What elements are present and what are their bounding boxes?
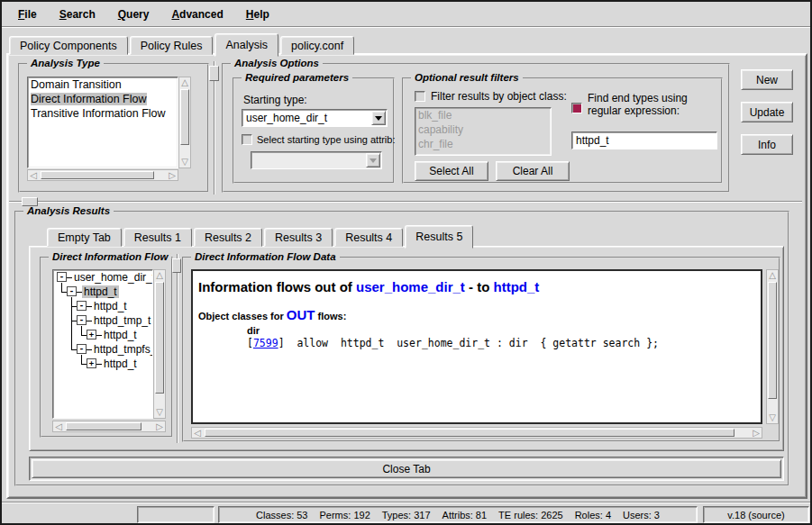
tree-node-label[interactable]: httpd_tmpfs_t — [92, 343, 153, 356]
stat-users: Users: 3 — [623, 510, 660, 520]
tab-results-4[interactable]: Results 4 — [334, 228, 403, 247]
tab-policy-components[interactable]: Policy Components — [9, 36, 128, 55]
data-vscrollbar[interactable]: △ ▽ — [766, 269, 779, 424]
tree-node[interactable]: + httpd_t — [53, 328, 152, 342]
data-hscrollbar[interactable]: ◁ ▷ — [191, 427, 762, 439]
tree-connector — [71, 342, 72, 349]
scroll-up-icon[interactable]: △ — [767, 270, 778, 281]
apol-window: File Search Query Advanced Help Policy C… — [0, 0, 812, 525]
tab-policy-rules[interactable]: Policy Rules — [130, 36, 214, 55]
tab-results-5[interactable]: Results 5 — [405, 225, 473, 249]
status-version: v.18 (source) — [703, 506, 809, 523]
scrollbar-thumb[interactable] — [66, 422, 141, 430]
tree-data-divider-handle[interactable] — [172, 258, 181, 273]
stat-attribs: Attribs: 81 — [442, 510, 488, 520]
scroll-right-icon[interactable]: ▷ — [154, 421, 165, 432]
menu-search[interactable]: Search — [52, 5, 103, 23]
tree-vscrollbar[interactable]: △ ▽ — [153, 269, 166, 419]
tree-toggle-icon[interactable]: + — [87, 330, 96, 339]
pane-divider-handle[interactable] — [209, 66, 219, 81]
results-pane-divider-handle[interactable] — [22, 197, 38, 206]
rule-id-link[interactable]: 7599 — [253, 337, 278, 349]
menu-file[interactable]: File — [11, 5, 44, 23]
tree-node[interactable]: - httpd_t — [53, 285, 152, 299]
tree-toggle-icon[interactable]: - — [77, 301, 87, 311]
scrollbar-thumb[interactable] — [205, 429, 734, 437]
scroll-up-icon[interactable]: △ — [154, 270, 165, 281]
stat-classes: Classes: 53 — [256, 510, 307, 520]
tab-results-2[interactable]: Results 2 — [194, 228, 262, 247]
tree-node-label[interactable]: httpd_t — [82, 285, 119, 298]
tab-results-3[interactable]: Results 3 — [264, 228, 333, 247]
status-divider — [2, 502, 810, 503]
scroll-down-icon[interactable]: ▽ — [154, 407, 165, 418]
tab-analysis[interactable]: Analysis — [214, 33, 278, 57]
object-classes-line: Object classes for OUT flows: — [198, 307, 755, 322]
tree-hscrollbar[interactable]: ◁ ▷ — [52, 421, 166, 432]
tree-node-label[interactable]: httpd_tmp_t — [92, 314, 152, 327]
results-tab-bar: Empty Tab Results 1 Results 2 Results 3 … — [47, 224, 475, 247]
stat-roles: Roles: 4 — [575, 510, 611, 520]
tree-toggle-icon[interactable]: - — [77, 315, 87, 325]
status-empty-box — [137, 506, 214, 523]
stat-perms: Perms: 192 — [320, 510, 370, 520]
flow-data-title: Direct Information Flow Data — [191, 251, 340, 262]
tree-toggle-icon[interactable]: + — [87, 358, 96, 368]
tree-toggle-icon[interactable]: - — [57, 272, 67, 282]
tab-empty[interactable]: Empty Tab — [47, 228, 122, 247]
scroll-left-icon[interactable]: ◁ — [192, 428, 203, 439]
scroll-left-icon[interactable]: ◁ — [53, 421, 64, 432]
flow-tree-group: Direct Information Flow T - user_home_di… — [40, 257, 173, 438]
tree-toggle-icon[interactable]: - — [67, 286, 77, 296]
scroll-down-icon[interactable]: ▽ — [767, 412, 778, 423]
scroll-right-icon[interactable]: ▷ — [751, 428, 762, 439]
tree-connector — [81, 328, 82, 335]
tree-toggle-icon[interactable]: - — [77, 344, 87, 354]
tree-node[interactable]: - user_home_dir_t — [53, 270, 152, 285]
tree-node[interactable]: + httpd_t — [53, 357, 152, 371]
tree-node[interactable]: - httpd_tmpfs_t — [53, 342, 152, 357]
tree-connector — [81, 357, 82, 364]
status-policy-stats: Classes: 53 Perms: 192 Types: 317 Attrib… — [218, 506, 698, 523]
menu-help[interactable]: Help — [239, 5, 277, 23]
object-class-name: dir — [247, 325, 755, 336]
tab-policy-conf[interactable]: policy.conf — [280, 36, 354, 55]
tab-results-1[interactable]: Results 1 — [123, 228, 192, 247]
flow-data-text[interactable]: Information flows out of user_home_dir_t… — [191, 269, 762, 424]
menu-query[interactable]: Query — [111, 5, 157, 23]
menu-bar: File Search Query Advanced Help — [2, 2, 810, 27]
flow-tree[interactable]: - user_home_dir_t - httpd_t - — [52, 269, 153, 419]
flow-data-group: Direct Information Flow Data Information… — [182, 257, 780, 442]
main-tab-bar: Policy Components Policy Rules Analysis … — [9, 32, 356, 55]
flow-headline: Information flows out of user_home_dir_t… — [198, 279, 755, 294]
tree-node-label[interactable]: httpd_t — [102, 358, 139, 370]
tree-node-label[interactable]: httpd_t — [102, 329, 139, 341]
menu-advanced[interactable]: Advanced — [164, 5, 230, 23]
allow-rule-line: [7599] allow httpd_t user_home_dir_t : d… — [247, 337, 755, 349]
flow-tree-title: Direct Information Flow T — [49, 251, 171, 262]
scrollbar-thumb[interactable] — [155, 282, 164, 394]
stat-te-rules: TE rules: 2625 — [498, 510, 563, 520]
tree-node[interactable]: - httpd_t — [53, 299, 152, 313]
tree-node-label[interactable]: httpd_t — [92, 300, 129, 312]
tree-node-label[interactable]: user_home_dir_t — [72, 271, 153, 284]
scrollbar-thumb[interactable] — [768, 282, 777, 399]
tree-node[interactable]: - httpd_tmp_t — [53, 313, 152, 328]
tree-connector — [61, 285, 62, 292]
stat-types: Types: 317 — [382, 510, 431, 520]
tree-connector — [71, 328, 72, 342]
